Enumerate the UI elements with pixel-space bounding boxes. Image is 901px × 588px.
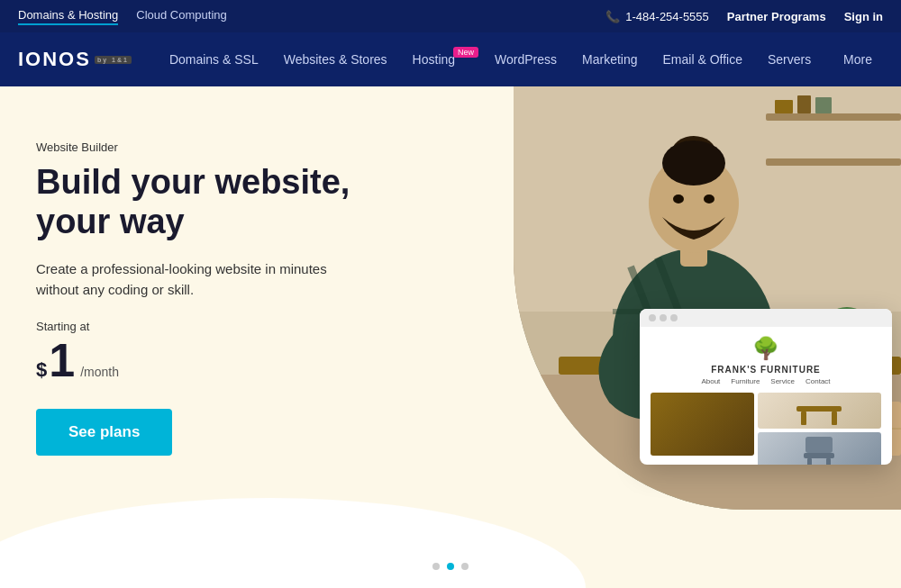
mockup-header: [640, 309, 892, 327]
mockup-images: [651, 393, 881, 456]
dot-1[interactable]: [432, 563, 440, 570]
price-currency: $: [36, 358, 47, 382]
mockup-nav-bar: About Furniture Service Contact: [651, 377, 881, 385]
hero-title: Build your website,your way: [36, 163, 360, 241]
mockup-nav-about: About: [701, 377, 720, 385]
mockup-tree-icon: 🌳: [651, 336, 881, 361]
mockup-card: 🌳 FRANK'S FURNITURE About Furniture Serv…: [640, 309, 892, 465]
phone-info: 📞 1-484-254-5555: [605, 10, 709, 23]
nav-item-wordpress[interactable]: WordPress: [484, 45, 568, 74]
top-bar-left-nav: Domains & Hosting Cloud Computing: [18, 8, 227, 25]
hero-visual: 🌳 FRANK'S FURNITURE About Furniture Serv…: [514, 86, 901, 510]
logo-text: IONOS: [18, 48, 91, 71]
phone-number[interactable]: 1-484-254-5555: [625, 10, 709, 23]
nav-item-websites-stores[interactable]: Websites & Stores: [273, 45, 398, 74]
dot-indicator: [432, 563, 469, 570]
top-bar: Domains & Hosting Cloud Computing 📞 1-48…: [0, 0, 901, 32]
mockup-image-left: [651, 393, 754, 456]
mockup-body: 🌳 FRANK'S FURNITURE About Furniture Serv…: [640, 327, 892, 465]
nav-label-servers: Servers: [768, 52, 811, 67]
dot-2[interactable]: [447, 563, 454, 570]
svg-point-18: [662, 140, 725, 185]
hero-section: Website Builder Build your website,your …: [0, 86, 901, 588]
nav-label-hosting: Hosting: [413, 52, 455, 67]
top-nav-domains-hosting[interactable]: Domains & Hosting: [18, 8, 118, 25]
mockup-nav-contact: Contact: [805, 377, 831, 385]
starting-at-label: Starting at: [36, 320, 360, 333]
top-bar-right-nav: 📞 1-484-254-5555 Partner Programs Sign i…: [605, 10, 883, 23]
phone-icon: 📞: [605, 10, 620, 23]
price-line: $ 1 /month: [36, 337, 360, 384]
logo-badge: by 1&1: [95, 56, 132, 64]
svg-rect-36: [804, 453, 834, 458]
svg-point-20: [704, 194, 714, 204]
svg-rect-32: [796, 406, 842, 412]
mockup-image-bottom-right: [758, 432, 881, 465]
mockup-dot-2: [660, 314, 667, 321]
see-plans-button[interactable]: See plans: [36, 409, 172, 456]
svg-point-19: [673, 194, 684, 204]
nav-label-domains-ssl: Domains & SSL: [169, 52, 259, 67]
svg-rect-35: [805, 437, 833, 453]
nav-label-email-office: Email & Office: [663, 52, 742, 67]
main-nav: IONOS by 1&1 Domains & SSL Websites & St…: [0, 32, 901, 86]
svg-rect-6: [815, 97, 832, 113]
price-amount: 1: [49, 337, 75, 384]
hero-label: Website Builder: [36, 140, 360, 154]
hero-pricing: Starting at $ 1 /month: [36, 320, 360, 384]
svg-rect-38: [826, 458, 831, 465]
nav-item-domains-ssl[interactable]: Domains & SSL: [159, 45, 269, 74]
sign-in-link[interactable]: Sign in: [844, 10, 883, 23]
svg-rect-34: [832, 412, 837, 425]
price-period: /month: [80, 365, 119, 379]
svg-rect-5: [797, 95, 811, 113]
nav-item-servers[interactable]: Servers: [757, 45, 822, 74]
mockup-image-top-right: [758, 393, 881, 429]
hosting-new-badge: New: [453, 47, 478, 58]
mockup-nav-service: Service: [770, 377, 795, 385]
logo[interactable]: IONOS by 1&1: [18, 48, 132, 71]
mockup-dot-3: [670, 314, 678, 321]
nav-label-marketing: Marketing: [582, 52, 637, 67]
nav-label-websites-stores: Websites & Stores: [284, 52, 387, 67]
dot-3[interactable]: [461, 563, 469, 570]
nav-label-wordpress: WordPress: [495, 52, 557, 67]
svg-rect-2: [766, 113, 901, 121]
nav-item-email-office[interactable]: Email & Office: [652, 45, 753, 74]
mockup-dot-1: [649, 314, 656, 321]
hero-content: Website Builder Build your website,your …: [36, 122, 360, 456]
nav-item-marketing[interactable]: Marketing: [571, 45, 648, 74]
svg-rect-4: [775, 100, 793, 113]
nav-item-hosting[interactable]: Hosting New: [402, 45, 480, 74]
mockup-nav-furniture: Furniture: [731, 377, 760, 385]
nav-links: Domains & SSL Websites & Stores Hosting …: [159, 45, 883, 74]
svg-rect-37: [807, 458, 812, 465]
mockup-site-title: FRANK'S FURNITURE: [651, 365, 881, 375]
svg-rect-33: [801, 412, 806, 425]
mockup-images-right: [758, 393, 881, 456]
svg-rect-3: [766, 158, 901, 166]
nav-more[interactable]: More: [833, 45, 883, 74]
partner-programs-link[interactable]: Partner Programs: [727, 10, 826, 23]
top-nav-cloud-computing[interactable]: Cloud Computing: [136, 8, 226, 25]
hero-description: Create a professional-looking website in…: [36, 259, 360, 300]
